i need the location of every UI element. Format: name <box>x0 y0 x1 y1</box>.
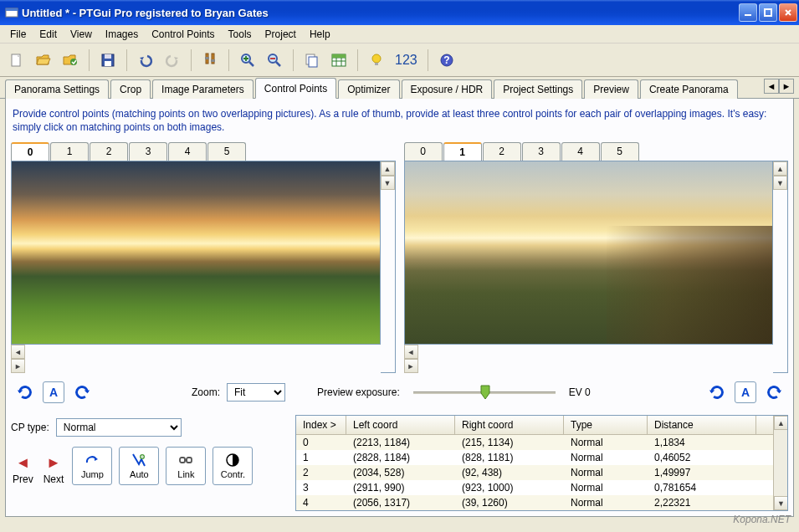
minimize-button[interactable] <box>739 3 757 22</box>
right-img-tab-3[interactable]: 3 <box>522 142 561 161</box>
col-index[interactable]: Index > <box>296 416 346 434</box>
right-pane: 0 1 2 3 4 5 ◄► ▲▼ <box>404 142 789 373</box>
menu-project[interactable]: Project <box>259 27 303 42</box>
undo-button[interactable] <box>134 49 157 72</box>
zoom-label: Zoom: <box>192 386 220 398</box>
jump-button[interactable]: Jump <box>72 447 112 485</box>
left-image[interactable] <box>12 161 380 344</box>
menu-help[interactable]: Help <box>303 27 337 42</box>
right-image[interactable] <box>405 161 773 344</box>
left-rotate-ccw-button[interactable] <box>14 381 36 403</box>
svg-text:?: ? <box>443 54 449 66</box>
menu-view[interactable]: View <box>64 27 99 42</box>
tab-panorama-settings[interactable]: Panorama Settings <box>5 79 109 99</box>
zoom-in-button[interactable] <box>236 49 259 72</box>
ev-label: EV 0 <box>569 386 591 398</box>
svg-rect-2 <box>745 14 751 16</box>
menubar: File Edit View Images Control Points Too… <box>0 25 799 43</box>
table-button[interactable] <box>327 49 351 72</box>
redo-button[interactable] <box>161 49 184 72</box>
left-hscroll[interactable]: ◄► <box>11 345 381 373</box>
right-image-view[interactable] <box>404 161 774 345</box>
left-img-tab-0[interactable]: 0 <box>11 142 49 161</box>
tab-exposure-hdr[interactable]: Exposure / HDR <box>402 79 493 99</box>
link-button[interactable]: Link <box>166 447 206 485</box>
mid-controls: A Zoom: Fit Preview exposure: EV 0 A <box>11 373 788 412</box>
right-rotate-cw-button[interactable] <box>763 381 785 403</box>
svg-point-25 <box>372 54 381 63</box>
cp-type-label: CP type: <box>11 422 49 433</box>
save-button[interactable] <box>96 49 120 72</box>
table-row[interactable]: 1(2828, 1184)(828, 1181)Normal0,46052 <box>296 450 773 465</box>
right-hscroll[interactable]: ◄► <box>404 345 774 373</box>
tab-scroll-right[interactable]: ► <box>779 79 794 94</box>
svg-rect-1 <box>6 8 18 11</box>
right-img-tab-2[interactable]: 2 <box>483 142 521 161</box>
zoom-select[interactable]: Fit <box>227 383 285 402</box>
copy-button[interactable] <box>300 49 324 72</box>
left-vscroll[interactable]: ▲▼ <box>381 161 396 373</box>
auto-cp-button[interactable]: Auto <box>119 447 159 485</box>
settings-button[interactable] <box>198 49 222 72</box>
maximize-button[interactable] <box>759 3 777 22</box>
tab-create-panorama[interactable]: Create Panorama <box>640 79 738 99</box>
cp-type-select[interactable]: Normal <box>56 418 182 437</box>
left-rotate-cw-button[interactable] <box>71 381 93 403</box>
col-left-coord[interactable]: Left coord <box>346 416 455 434</box>
col-distance[interactable]: Distance <box>648 416 756 434</box>
exposure-slider[interactable] <box>413 385 556 400</box>
open-project-button[interactable] <box>32 49 55 72</box>
tab-optimizer[interactable]: Optimizer <box>338 79 399 99</box>
svg-rect-18 <box>309 57 317 67</box>
col-type[interactable]: Type <box>564 416 648 434</box>
table-row[interactable]: 3(2911, 990)(923, 1000)Normal0,781654 <box>296 480 773 495</box>
tab-control-points[interactable]: Control Points <box>255 78 336 99</box>
menu-control-points[interactable]: Control Points <box>145 27 221 42</box>
slider-thumb-icon[interactable] <box>480 385 490 400</box>
right-img-tab-4[interactable]: 4 <box>561 142 600 161</box>
close-button[interactable] <box>779 3 797 22</box>
save-project-button[interactable] <box>59 49 82 72</box>
contrast-button[interactable]: Contr. <box>213 447 253 485</box>
tab-project-settings[interactable]: Project Settings <box>494 79 582 99</box>
left-img-tab-3[interactable]: 3 <box>129 142 167 161</box>
left-auto-button[interactable]: A <box>43 381 64 403</box>
menu-file[interactable]: File <box>3 27 33 42</box>
zoom-out-button[interactable] <box>263 49 286 72</box>
left-img-tab-4[interactable]: 4 <box>168 142 207 161</box>
right-auto-button[interactable]: A <box>735 381 756 403</box>
left-img-tab-2[interactable]: 2 <box>90 142 128 161</box>
contrast-icon <box>225 453 240 468</box>
left-img-tab-1[interactable]: 1 <box>50 142 89 161</box>
prev-button[interactable]: ◄ Prev <box>11 454 35 485</box>
watermark: Kopona.NET <box>733 514 791 525</box>
right-img-tab-5[interactable]: 5 <box>601 142 639 161</box>
table-row[interactable]: 0(2213, 1184)(215, 1134)Normal1,1834 <box>296 435 773 450</box>
table-row[interactable]: 4(2056, 1317)(39, 1260)Normal2,22321 <box>296 495 773 510</box>
right-img-tab-0[interactable]: 0 <box>404 142 443 161</box>
left-img-tab-5[interactable]: 5 <box>207 142 246 161</box>
right-img-tab-1[interactable]: 1 <box>443 142 482 161</box>
menu-images[interactable]: Images <box>99 27 145 42</box>
table-vscroll[interactable]: ▲▼ <box>773 416 787 510</box>
right-rotate-ccw-button[interactable] <box>706 381 728 403</box>
cp-controls: CP type: Normal ◄ Prev ► Next Jump <box>11 415 287 511</box>
menu-tools[interactable]: Tools <box>222 27 259 42</box>
menu-edit[interactable]: Edit <box>33 27 64 42</box>
new-project-button[interactable] <box>5 49 28 72</box>
table-row[interactable]: 2(2034, 528)(92, 438)Normal1,49997 <box>296 465 773 480</box>
help-button[interactable]: ? <box>435 49 458 72</box>
next-button[interactable]: ► Next <box>42 454 66 485</box>
window-title: Untitled * - PTGui Pro registered to Bry… <box>22 7 739 19</box>
svg-rect-8 <box>105 61 111 66</box>
col-right-coord[interactable]: Right coord <box>455 416 564 434</box>
arrow-right-icon: ► <box>46 454 61 472</box>
tab-crop[interactable]: Crop <box>110 79 151 99</box>
right-vscroll[interactable]: ▲▼ <box>773 161 788 373</box>
auto-icon <box>131 453 146 468</box>
left-image-view[interactable] <box>11 161 381 345</box>
tab-preview[interactable]: Preview <box>584 79 638 99</box>
tab-scroll-left[interactable]: ◄ <box>764 79 779 94</box>
tab-image-parameters[interactable]: Image Parameters <box>152 79 254 99</box>
idea-button[interactable] <box>365 49 388 72</box>
